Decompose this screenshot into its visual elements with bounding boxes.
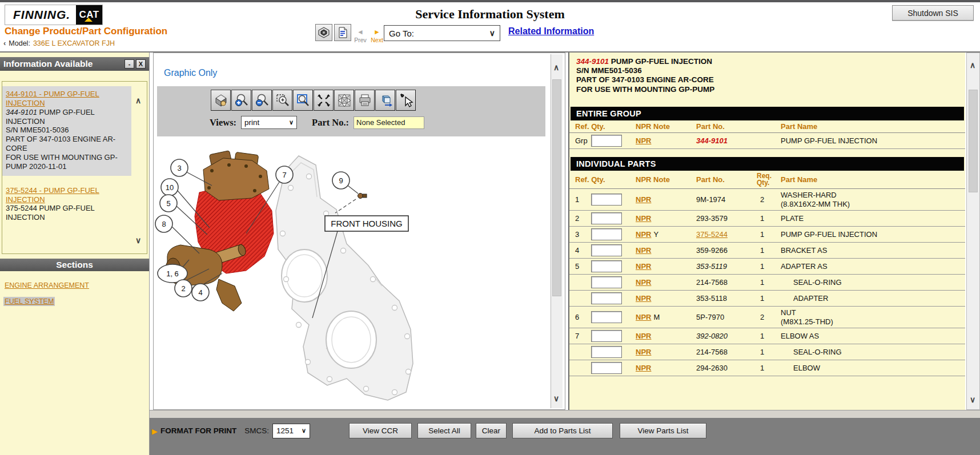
scrollbar-thumb[interactable] [552, 79, 561, 296]
shutdown-sis-button[interactable]: Shutdown SIS [892, 5, 974, 21]
callout-4[interactable]: 4 [192, 284, 209, 301]
view-parts-list-button[interactable]: View Parts List [620, 423, 706, 438]
qty-input[interactable] [591, 362, 622, 374]
npr-link[interactable]: NPR [636, 230, 651, 239]
scroll-up-icon[interactable] [970, 60, 975, 70]
shaded-view-button[interactable] [211, 90, 231, 111]
select-x-icon [399, 93, 413, 108]
list-item[interactable]: 375-5244 - PUMP GP-FUEL INJECTION 375-52… [2, 183, 131, 227]
part-group-link[interactable]: 344-9101 - PUMP GP-FUEL INJECTION [6, 90, 128, 108]
graphic-scrollbar[interactable] [551, 54, 563, 408]
part-no-cell: 214-7568 [681, 348, 743, 356]
scrollbar-thumb[interactable] [969, 90, 978, 192]
sidebar-item-engine-arrangement[interactable]: ENGINE ARRANGEMENT [3, 281, 90, 290]
select-all-button[interactable]: Select All [417, 423, 471, 438]
callout-9[interactable]: 9 [332, 172, 350, 189]
qty-input[interactable] [591, 260, 622, 272]
npr-link[interactable]: NPR [636, 246, 651, 255]
document-view-button[interactable] [334, 24, 351, 41]
cat-triangle-icon [85, 18, 93, 22]
graphic-only-link[interactable]: Graphic Only [164, 68, 217, 78]
zoom-out-button[interactable] [252, 90, 272, 111]
close-button[interactable] [136, 59, 146, 69]
export-graphic-icon [378, 93, 393, 108]
callout-5[interactable]: 5 [160, 195, 177, 212]
svg-text:1, 6: 1, 6 [166, 269, 179, 278]
minimize-button[interactable] [124, 59, 134, 69]
npr-note: M [653, 313, 660, 321]
npr-link[interactable]: NPR [636, 348, 651, 356]
rotate-button[interactable] [314, 90, 334, 111]
npr-link[interactable]: NPR [636, 294, 651, 303]
back-chevron-icon[interactable]: ‹ [3, 39, 6, 47]
details-scrollbar[interactable] [966, 53, 980, 410]
page-title: Change Product/Part Configuration [5, 26, 167, 37]
selected-part-field[interactable]: None Selected [354, 116, 424, 129]
info-list-scrollbar[interactable] [134, 82, 145, 253]
entire-group-bar: ENTIRE GROUP [571, 107, 964, 120]
next-arrow-icon [373, 26, 380, 37]
table-row: 3 NPRY 375-5244 1 PUMP GP-FUEL INJECTION [569, 227, 965, 243]
views-select[interactable]: print [241, 116, 297, 129]
zoom-in-button[interactable] [231, 90, 251, 111]
list-item[interactable]: 344-9101 - PUMP GP-FUEL INJECTION 344-91… [2, 86, 131, 176]
part-name-cell: SEAL-O-RING [768, 278, 962, 287]
svg-text:2: 2 [181, 284, 185, 293]
scroll-up-icon[interactable] [553, 62, 559, 73]
prev-button[interactable]: Prev [353, 26, 368, 43]
npr-link[interactable]: NPR [636, 214, 651, 223]
qty-input[interactable] [591, 330, 622, 342]
callout-2[interactable]: 2 [175, 280, 192, 297]
npr-link[interactable]: NPR [636, 136, 651, 145]
part-group-link[interactable]: 375-5244 - PUMP GP-FUEL INJECTION [6, 186, 128, 204]
model-label: Model: [9, 39, 30, 47]
serial-range: S/N MME501-5036 [576, 66, 965, 75]
qty-input[interactable] [591, 311, 622, 323]
scroll-down-icon[interactable] [970, 394, 975, 405]
npr-link[interactable]: NPR [636, 278, 651, 287]
sidebar-item-fuel-system[interactable]: FUEL SYSTEM [3, 297, 55, 306]
front-housing-label: FRONT HOUSING [325, 216, 408, 231]
ref-cell: 7 [575, 332, 591, 340]
goto-select[interactable]: Go To: [384, 25, 500, 41]
qty-input[interactable] [591, 346, 622, 358]
part-3d-view-button[interactable] [315, 24, 332, 41]
zoom-window-button[interactable] [272, 90, 292, 111]
callout-8[interactable]: 8 [155, 215, 172, 232]
qty-input[interactable] [591, 194, 622, 206]
npr-link[interactable]: NPR [636, 332, 651, 340]
npr-link[interactable]: NPR [636, 195, 651, 204]
pan-button[interactable] [334, 90, 354, 111]
qty-input[interactable] [591, 212, 622, 224]
individual-parts-bar: INDIVIDUAL PARTS [571, 157, 964, 171]
part-name-cell: PLATE [768, 214, 962, 223]
scroll-up-icon[interactable] [135, 95, 141, 106]
related-information-link[interactable]: Related Information [508, 26, 594, 37]
smcs-select[interactable]: 1251 [272, 424, 310, 438]
clear-button[interactable]: Clear [476, 423, 507, 438]
next-button[interactable]: Next [369, 26, 384, 43]
qty-input[interactable] [591, 244, 622, 256]
group-qty-input[interactable] [591, 135, 622, 147]
callout-3[interactable]: 3 [171, 159, 188, 176]
export-graphic-button[interactable] [375, 90, 395, 111]
table-row: 7 NPR 392-0820 1 ELBOW AS [569, 328, 965, 344]
callout-7[interactable]: 7 [276, 166, 293, 183]
scroll-down-icon[interactable] [135, 235, 141, 245]
npr-link[interactable]: NPR [636, 262, 651, 271]
add-to-parts-list-button[interactable]: Add to Parts List [512, 423, 613, 438]
parts-diagram[interactable]: 3 10 5 8 1, 6 2 4 7 9 FRONT HOUSING [155, 136, 550, 409]
fit-window-icon [296, 93, 311, 108]
view-ccr-button[interactable]: View CCR [349, 423, 412, 438]
qty-input[interactable] [591, 276, 622, 288]
qty-input[interactable] [591, 292, 622, 304]
npr-link[interactable]: NPR [636, 364, 651, 372]
npr-link[interactable]: NPR [636, 313, 651, 321]
callout-10[interactable]: 10 [161, 179, 178, 196]
scroll-down-icon[interactable] [553, 393, 559, 404]
print-graphic-button[interactable] [355, 90, 375, 111]
qty-input[interactable] [591, 228, 622, 240]
select-x-button[interactable] [396, 90, 416, 111]
table-row: 6 NPRM 5P-7970 2 NUT(M8X1.25-THD) [569, 307, 965, 328]
fit-window-button[interactable] [293, 90, 313, 111]
